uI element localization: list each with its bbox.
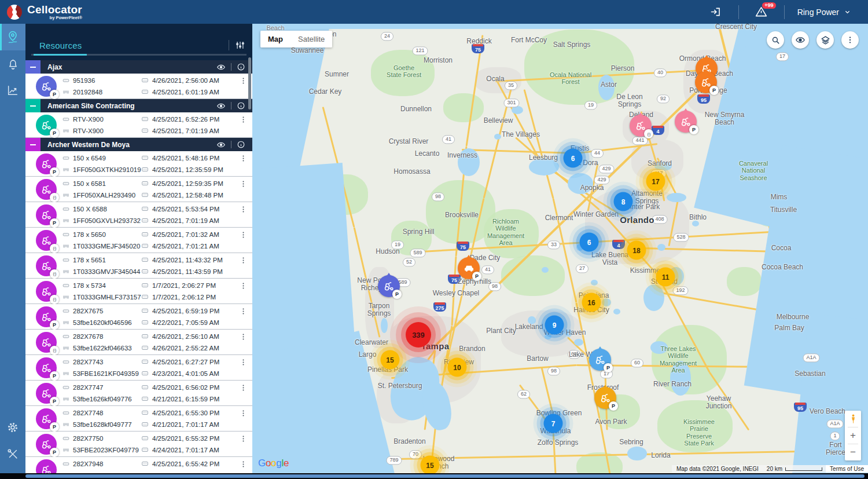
row-menu-button[interactable] <box>239 434 248 443</box>
vehicle-cluster[interactable]: 8 <box>614 192 633 211</box>
vehicle-row[interactable]: P282X767553fbe1620kf0465964/25/2021, 6:5… <box>25 304 252 330</box>
road <box>524 89 554 199</box>
row-menu-button[interactable] <box>239 409 248 418</box>
row-menu-button[interactable] <box>239 358 248 367</box>
google-logo[interactable]: Google <box>258 458 289 469</box>
map-layers-button[interactable] <box>816 31 834 49</box>
vehicle-cluster[interactable]: 18 <box>627 241 646 260</box>
vehicle-cluster[interactable]: 7 <box>544 414 563 433</box>
vehicle-cluster[interactable]: 10 <box>448 358 467 377</box>
vehicle-cluster[interactable]: 16 <box>582 293 601 312</box>
account-menu[interactable]: Ring Power <box>797 8 852 17</box>
pegman-icon <box>848 414 859 425</box>
group-visibility-button[interactable] <box>216 140 226 149</box>
vehicle-cluster[interactable]: 15 <box>421 456 440 474</box>
group-visibility-button[interactable] <box>216 101 226 111</box>
vehicle-cluster[interactable]: 6 <box>580 233 599 252</box>
map-canvas[interactable]: 2412175174035929530119441441444294174299… <box>252 24 868 473</box>
vehicle-row[interactable]: (·)282X767853fbe1622kf0466334/26/2021, 2… <box>25 330 252 355</box>
device-id-icon <box>62 180 69 187</box>
rail-item-reports[interactable] <box>0 77 25 104</box>
vehicle-marker[interactable]: P <box>675 111 697 133</box>
vehicle-id: 150 x 6581 <box>73 180 106 187</box>
collapse-checkbox[interactable] <box>25 99 41 112</box>
group-header-archer-western-de-moya[interactable]: Archer Western De Moya <box>25 138 252 151</box>
filter-tune-icon[interactable] <box>235 40 245 50</box>
group-header-american-site-contracting[interactable]: American Site Contracting <box>25 99 252 112</box>
collapse-checkbox[interactable] <box>25 138 41 151</box>
map-type-map-button[interactable]: Map <box>260 31 290 47</box>
group-info-button[interactable] <box>237 140 245 149</box>
vehicle-last-gps-time: 4/25/2021, 12:58:48 PM <box>152 192 223 199</box>
vehicle-row[interactable]: P150 x 65491FF050GXTKH2910194/25/2021, 5… <box>25 151 252 177</box>
group-visibility-button[interactable] <box>216 63 226 72</box>
vehicle-cluster[interactable]: 6 <box>564 149 583 168</box>
collapse-checkbox[interactable] <box>25 60 41 74</box>
device-id-icon <box>62 282 69 289</box>
vehicle-row[interactable]: P282X774753fbe1626kf0497764/25/2021, 6:5… <box>25 381 252 406</box>
map-type-satellite-button[interactable]: Satellite <box>290 31 332 47</box>
vehicle-marker[interactable]: (·) <box>630 115 652 137</box>
vehicle-row[interactable]: (·)178 x 57341T0333GMHLF3731571/7/2021, … <box>25 279 252 304</box>
row-menu-icon <box>239 205 248 214</box>
vehicle-row[interactable]: (·)178 x 56501T0333GMEJF3450204/25/2021,… <box>25 228 252 253</box>
row-menu-button[interactable] <box>239 281 248 290</box>
panel-scrollbar-thumb[interactable] <box>248 57 251 109</box>
enter-data-button[interactable] <box>706 2 726 22</box>
gps-time-icon <box>141 332 149 340</box>
route-shield: 121 <box>412 46 428 55</box>
vehicle-row[interactable]: P951936201928484/26/2021, 2:56:00 AM4/25… <box>25 74 252 99</box>
vehicle-cluster[interactable]: 17 <box>646 172 665 191</box>
vehicle-marker[interactable]: P <box>378 275 400 297</box>
row-menu-button[interactable] <box>239 383 248 392</box>
rail-item-map-tracking[interactable] <box>0 24 25 50</box>
row-menu-button[interactable] <box>239 180 248 188</box>
street-view-pegman[interactable] <box>845 411 861 427</box>
rail-item-settings[interactable] <box>0 414 25 441</box>
group-info-button[interactable] <box>237 101 245 110</box>
status-badge-signal: (·) <box>50 244 59 253</box>
row-menu-button[interactable] <box>239 256 248 265</box>
rail-item-tools[interactable] <box>0 441 25 467</box>
vehicle-row[interactable]: (·)150 x 65811FF050XALH2934904/25/2021, … <box>25 177 252 202</box>
row-menu-button[interactable] <box>239 205 248 214</box>
group-header-ajax[interactable]: Ajax <box>25 60 252 74</box>
row-menu-button[interactable] <box>239 154 248 163</box>
map-search-button[interactable] <box>767 31 784 49</box>
row-menu-button[interactable] <box>239 231 248 239</box>
vehicle-cluster[interactable]: 11 <box>656 268 675 287</box>
vehicle-cluster[interactable]: 339 <box>406 322 431 348</box>
vehicle-marker[interactable]: P <box>589 349 611 371</box>
vehicle-marker[interactable]: P <box>458 257 480 279</box>
vehicle-last-gps-time: 4/25/2021, 6:01:19 AM <box>152 89 219 96</box>
vehicle-row[interactable]: P282X774853fbe1628kf0497774/25/2021, 6:5… <box>25 406 252 432</box>
zoom-in-button[interactable]: + <box>845 427 861 444</box>
vehicle-row[interactable]: P282X79484/25/2021, 6:55:42 PM <box>25 457 252 473</box>
horizontal-scrollbar-thumb[interactable] <box>25 474 865 478</box>
gps-time-icon <box>141 256 149 264</box>
vehicle-row[interactable]: P282X774353FBE1621KF0493594/25/2021, 6:2… <box>25 355 252 381</box>
vehicle-cluster[interactable]: 9 <box>545 316 564 335</box>
row-menu-button[interactable] <box>239 460 248 469</box>
map-visibility-button[interactable] <box>792 31 809 49</box>
vehicle-row[interactable]: PRTV-X900RTV-X9004/25/2021, 6:52:26 PM4/… <box>25 112 252 138</box>
alerts-button[interactable]: +99 <box>752 2 771 22</box>
rail-item-notifications[interactable] <box>0 50 25 77</box>
row-menu-button[interactable] <box>239 332 248 341</box>
kebab-menu-icon <box>845 35 855 45</box>
vehicle-row[interactable]: P150 X 65881FF050GXVLH2937324/25/2021, 5… <box>25 202 252 228</box>
zoom-out-button[interactable]: − <box>845 444 861 460</box>
row-menu-button[interactable] <box>239 115 248 124</box>
attribution-text: Map data ©2021 Google, INEGI <box>672 465 763 473</box>
group-info-button[interactable] <box>237 63 245 71</box>
vehicle-row[interactable]: (·)178 x 56511T0333GMVJF3450444/25/2021,… <box>25 253 252 279</box>
row-menu-button[interactable] <box>239 307 248 316</box>
vehicle-cluster[interactable]: 15 <box>381 350 400 370</box>
map-toolbar <box>767 31 859 49</box>
vehicle-row[interactable]: P282X775053FBE2023KF0497794/25/2021, 6:5… <box>25 432 252 457</box>
map-more-button[interactable] <box>841 31 859 49</box>
terms-of-use-link[interactable]: Terms of Use <box>826 465 868 473</box>
vehicle-marker[interactable]: P <box>594 387 616 409</box>
row-menu-button[interactable] <box>239 76 248 85</box>
vehicle-marker[interactable]: P <box>695 71 717 93</box>
